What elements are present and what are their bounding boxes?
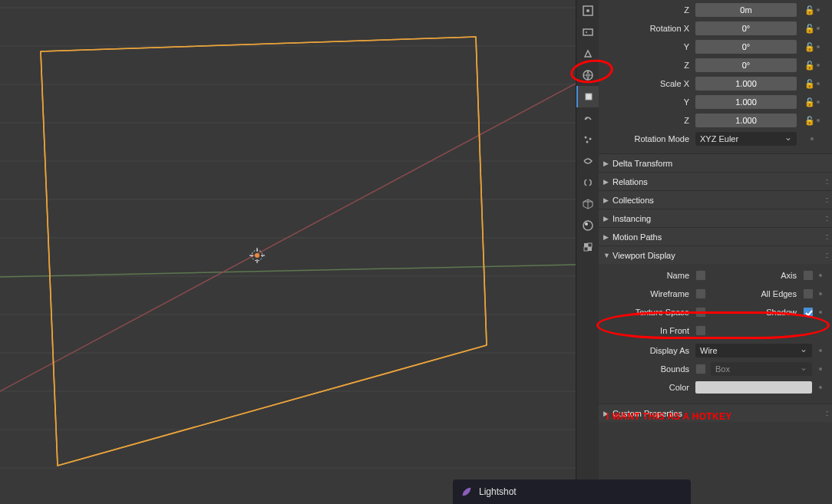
bounds-dropdown[interactable]: Box (711, 362, 812, 376)
svg-marker-15 (41, 37, 487, 466)
tab-world-icon[interactable] (576, 64, 599, 86)
lock-icon[interactable]: 🔓 (804, 61, 815, 71)
scale-x-label: Scale X (603, 79, 695, 88)
svg-point-27 (586, 9, 589, 12)
svg-line-18 (41, 37, 476, 51)
rot-x-field[interactable]: 0° (695, 21, 797, 35)
color-swatch[interactable] (695, 381, 812, 394)
name-label: Name (603, 271, 695, 280)
shadow-checkbox[interactable] (803, 307, 814, 318)
tab-scene-icon[interactable] (576, 43, 599, 64)
tab-object-icon[interactable] (576, 86, 599, 107)
tab-particles-icon[interactable] (576, 129, 599, 150)
panel-grip-icon[interactable]: :::: (825, 177, 827, 186)
tab-material-icon[interactable] (576, 215, 599, 236)
scale-x-field[interactable]: 1.000 (695, 77, 797, 91)
keyframe-dot[interactable] (817, 8, 820, 12)
scale-y-label: Y (603, 97, 695, 107)
disclosure-right-icon: ▶ (603, 196, 612, 204)
texturespace-checkbox[interactable] (695, 307, 706, 318)
bounds-checkbox[interactable] (695, 364, 706, 374)
svg-point-34 (589, 138, 592, 140)
disclosure-right-icon: ▶ (603, 178, 612, 186)
scale-z-field[interactable]: 1.000 (695, 114, 797, 127)
svg-point-33 (585, 137, 587, 139)
svg-line-16 (41, 51, 58, 466)
rot-x-label: Rotation X (603, 24, 695, 33)
rot-y-field[interactable]: 0° (695, 40, 797, 54)
panel-grip-icon[interactable]: :::: (825, 196, 827, 204)
scale-z-label: Z (603, 116, 695, 125)
tab-physics-icon[interactable] (576, 150, 599, 172)
rot-mode-dropdown[interactable]: XYZ Euler (695, 132, 797, 146)
keyframe-dot[interactable] (817, 119, 820, 122)
annotation-text: I WANT THIS AS A HOTKEY (606, 411, 732, 422)
panel-grip-icon[interactable]: :::: (825, 251, 827, 259)
keyframe-dot[interactable] (817, 27, 820, 30)
axis-label: Axis (717, 271, 803, 280)
lock-icon[interactable]: 🔓 (804, 97, 815, 107)
tab-constraints-icon[interactable] (576, 172, 599, 193)
keyframe-dot[interactable] (811, 137, 814, 140)
keyframe-dot[interactable] (819, 367, 822, 371)
scale-y-field[interactable]: 1.000 (695, 95, 797, 109)
svg-point-35 (586, 141, 589, 143)
tab-output-icon[interactable] (576, 21, 599, 43)
alledges-checkbox[interactable] (803, 288, 814, 299)
panel-grip-icon[interactable]: :::: (825, 232, 827, 241)
rot-z-field[interactable]: 0° (695, 58, 797, 72)
lock-icon[interactable]: 🔓 (804, 42, 815, 52)
motion-paths-header[interactable]: ▶Motion Paths:::: (599, 228, 832, 245)
wireframe-checkbox[interactable] (695, 288, 706, 299)
svg-rect-39 (588, 247, 592, 251)
svg-line-13 (0, 265, 576, 277)
disclosure-right-icon: ▶ (603, 233, 612, 241)
disclosure-right-icon: ▶ (603, 160, 612, 167)
texturespace-label: Texture Space (603, 308, 695, 317)
property-tabs (576, 0, 599, 504)
lock-icon[interactable]: 🔓 (804, 79, 815, 89)
svg-rect-38 (584, 243, 588, 247)
panel-grip-icon[interactable]: :::: (825, 409, 827, 417)
relations-header[interactable]: ▶Relations:::: (599, 173, 832, 190)
tab-render-icon[interactable] (576, 0, 599, 21)
instancing-header[interactable]: ▶Instancing:::: (599, 209, 832, 227)
loc-z-field[interactable]: 0m (695, 3, 797, 17)
keyframe-dot[interactable] (819, 292, 822, 295)
svg-point-37 (585, 222, 588, 226)
lightshot-notification[interactable]: Lightshot (453, 479, 691, 504)
svg-point-32 (586, 117, 588, 120)
collections-header[interactable]: ▶Collections:::: (599, 191, 832, 209)
viewport-3d[interactable] (0, 0, 576, 504)
keyframe-dot[interactable] (819, 386, 822, 389)
infront-checkbox[interactable] (695, 325, 706, 336)
viewport-display-header[interactable]: ▼Viewport Display:::: (599, 246, 832, 264)
keyframe-dot[interactable] (819, 349, 822, 352)
keyframe-dot[interactable] (817, 64, 820, 67)
svg-line-19 (58, 345, 487, 466)
rot-mode-label: Rotation Mode (603, 134, 695, 143)
keyframe-dot[interactable] (819, 311, 822, 314)
svg-point-21 (255, 253, 259, 258)
lock-icon[interactable]: 🔓 (804, 116, 815, 126)
delta-transform-header[interactable]: ▶Delta Transform (599, 154, 832, 172)
name-checkbox[interactable] (695, 270, 706, 281)
tab-modifiers-icon[interactable] (576, 107, 599, 129)
svg-line-17 (476, 37, 487, 345)
tab-data-icon[interactable] (576, 193, 599, 215)
keyframe-dot[interactable] (819, 274, 822, 277)
displayas-dropdown[interactable]: Wire (695, 344, 812, 357)
keyframe-dot[interactable] (817, 82, 820, 85)
tab-texture-icon[interactable] (576, 236, 599, 258)
lock-icon[interactable]: 🔓 (804, 5, 815, 15)
wireframe-label: Wireframe (603, 289, 695, 298)
keyframe-dot[interactable] (817, 45, 820, 48)
panel-grip-icon[interactable]: :::: (825, 214, 827, 222)
lock-icon[interactable]: 🔓 (804, 24, 815, 34)
axis-checkbox[interactable] (803, 270, 814, 281)
shadow-label: Shadow (717, 308, 803, 317)
alledges-label: All Edges (717, 289, 803, 298)
color-label: Color (603, 383, 695, 392)
disclosure-right-icon: ▶ (603, 215, 612, 222)
keyframe-dot[interactable] (817, 100, 820, 104)
